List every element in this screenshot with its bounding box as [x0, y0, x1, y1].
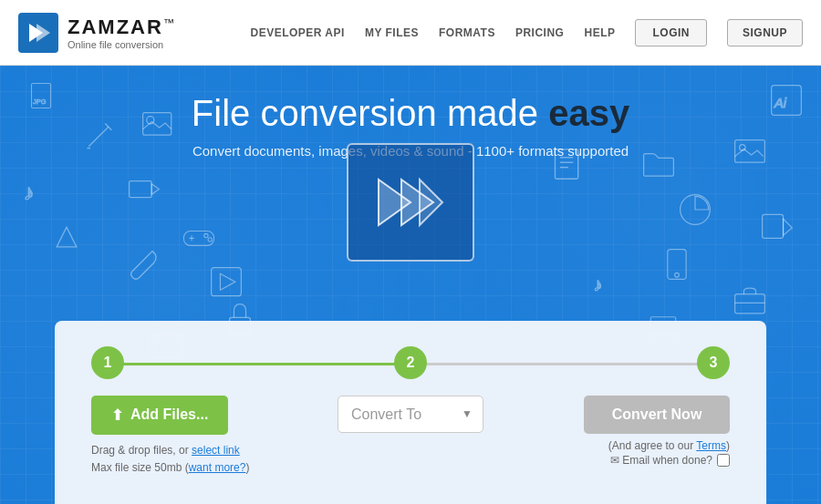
svg-marker-41: [420, 180, 442, 225]
phone-icon: [660, 248, 693, 281]
hero-title-bold: easy: [548, 93, 629, 133]
svg-marker-14: [220, 273, 234, 290]
select-link[interactable]: select link: [192, 444, 240, 457]
svg-marker-10: [151, 184, 159, 194]
logo-title: ZAMZAR™: [68, 15, 176, 39]
svg-rect-27: [668, 250, 686, 280]
step-1-indicator: 1: [91, 346, 124, 379]
nav-pricing[interactable]: PRICING: [515, 26, 565, 39]
add-files-button[interactable]: ⬆ Add Files...: [91, 396, 228, 435]
svg-point-28: [675, 273, 680, 277]
logo-icon: [18, 13, 58, 53]
svg-point-21: [208, 238, 212, 242]
step1-hint: Drag & drop files, or select link Max fi…: [91, 442, 249, 477]
svg-rect-17: [183, 231, 213, 246]
nav-formats[interactable]: FORMATS: [439, 26, 495, 39]
music-note-icon: ♪: [20, 175, 53, 208]
svg-marker-8: [57, 227, 77, 247]
want-more-link[interactable]: want more?: [189, 461, 246, 474]
logo-area: ZAMZAR™ Online file conversion: [18, 13, 176, 53]
hero-title: File conversion made easy: [0, 93, 821, 134]
convert-to-select[interactable]: Convert To MP4 MP3 JPG PNG PDF DOC: [338, 396, 483, 433]
step-line-fill: [108, 363, 410, 365]
step-3-indicator: 3: [697, 346, 730, 379]
svg-rect-29: [763, 214, 784, 238]
game-controller-icon: [182, 221, 215, 253]
music-note-right-icon: ♪: [587, 266, 620, 299]
nav-developer-api[interactable]: DEVELOPER API: [250, 26, 344, 39]
nav-my-files[interactable]: MY FILES: [365, 26, 419, 39]
hint-close: ): [245, 461, 249, 474]
play-icon-left: [210, 266, 243, 299]
login-button[interactable]: LOGIN: [635, 19, 707, 46]
step3-hint: (And agree to our Terms): [608, 439, 730, 452]
svg-marker-30: [784, 219, 793, 235]
conversion-panel: 1 2 3 ⬆ Add Files... Drag & drop files, …: [55, 321, 766, 504]
briefcase-icon: [733, 284, 766, 317]
triangle-icon: [50, 221, 83, 253]
svg-point-26: [681, 195, 711, 225]
add-files-label: Add Files...: [130, 406, 208, 423]
convert-now-button[interactable]: Convert Now: [584, 396, 730, 434]
logo-subtitle: Online file conversion: [68, 39, 176, 50]
upload-icon: ⬆: [111, 406, 123, 424]
convert-to-wrapper: Convert To MP4 MP3 JPG PNG PDF DOC ▼: [338, 396, 483, 433]
play-arrows-svg: [369, 166, 452, 239]
svg-marker-1: [36, 24, 50, 42]
terms-suffix: ): [726, 439, 730, 452]
svg-rect-31: [735, 294, 765, 314]
email-label: ✉ Email when done?: [610, 454, 712, 467]
step3-area: Convert Now (And agree to our Terms) ✉ E…: [547, 396, 730, 467]
email-checkbox[interactable]: [717, 454, 730, 467]
hero-title-accent: conversion: [260, 93, 436, 133]
drag-drop-text: Drag & drop files, or: [91, 444, 192, 457]
nav-help[interactable]: HELP: [584, 26, 615, 39]
header: ZAMZAR™ Online file conversion DEVELOPER…: [0, 0, 821, 66]
svg-text:♪: ♪: [593, 274, 602, 294]
email-row: ✉ Email when done?: [610, 454, 730, 467]
main-nav: DEVELOPER API MY FILES FORMATS PRICING H…: [250, 19, 803, 46]
terms-prefix: (And agree to our: [608, 439, 697, 452]
max-size-text: Max file size 50mb (: [91, 461, 189, 474]
video-icon-left: [128, 175, 161, 208]
step-2-indicator: 2: [394, 346, 427, 379]
signup-button[interactable]: SIGNUP: [727, 19, 803, 46]
chart-icon: [679, 193, 712, 226]
center-graphic: [347, 143, 474, 262]
step1-area: ⬆ Add Files... Drag & drop files, or sel…: [91, 396, 274, 477]
step2-area: Convert To MP4 MP3 JPG PNG PDF DOC ▼: [328, 396, 493, 433]
hero-section: JPG ♪: [0, 66, 821, 504]
svg-rect-13: [212, 268, 242, 296]
hero-title-prefix: File: [192, 93, 261, 133]
logo-tm: ™: [163, 15, 176, 28]
logo-name-text: ZAMZAR: [68, 15, 163, 38]
hero-title-suffix: made: [437, 93, 548, 133]
wrench-icon: [128, 248, 161, 281]
video-icon-right: [761, 211, 794, 244]
svg-text:♪: ♪: [24, 180, 35, 204]
logo-text-area: ZAMZAR™ Online file conversion: [68, 15, 176, 50]
actions-row: ⬆ Add Files... Drag & drop files, or sel…: [91, 396, 730, 477]
svg-point-20: [204, 233, 208, 237]
svg-rect-9: [130, 181, 152, 198]
terms-link[interactable]: Terms: [696, 439, 726, 452]
